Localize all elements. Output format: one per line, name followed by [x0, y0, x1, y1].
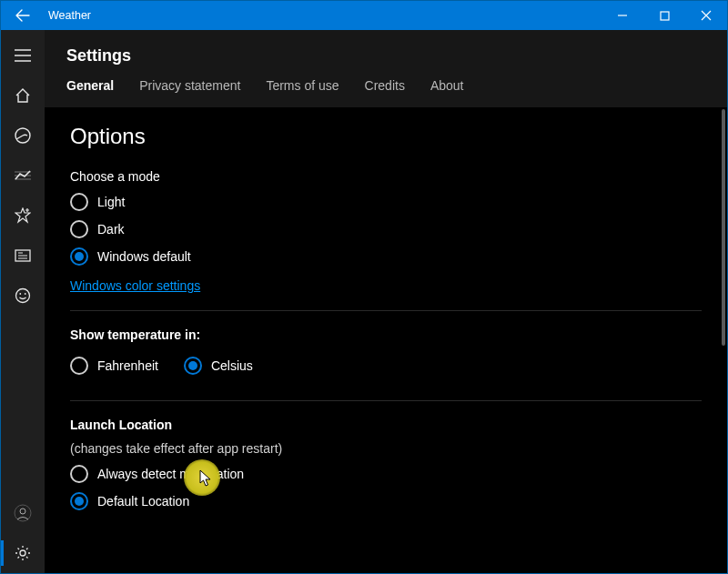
smile-icon: [15, 287, 31, 304]
nav-account[interactable]: [1, 493, 45, 533]
app-title: Weather: [45, 9, 602, 22]
tab-terms[interactable]: Terms of use: [266, 78, 339, 96]
tab-about[interactable]: About: [430, 78, 464, 96]
tab-privacy[interactable]: Privacy statement: [139, 78, 240, 96]
settings-header: Settings General Privacy statement Terms…: [45, 30, 727, 107]
radio-label: Fahrenheit: [97, 358, 158, 373]
radio-icon: [70, 357, 88, 375]
radio-launch-detect[interactable]: Always detect my location: [70, 465, 702, 483]
radio-label: Windows default: [97, 249, 191, 264]
weather-app-window: Weather: [0, 0, 728, 574]
account-icon: [14, 504, 32, 522]
radio-label: Always detect my location: [97, 467, 244, 481]
star-plus-icon: [15, 207, 31, 224]
svg-rect-0: [661, 12, 669, 20]
back-button[interactable]: [1, 1, 45, 30]
settings-tabs: General Privacy statement Terms of use C…: [66, 78, 705, 107]
nav-settings[interactable]: [1, 533, 45, 573]
hamburger-button[interactable]: [1, 35, 45, 76]
radio-icon: [70, 492, 88, 510]
radio-label: Light: [97, 195, 125, 209]
divider: [70, 310, 702, 311]
svg-point-3: [16, 289, 30, 303]
nav-feedback[interactable]: [1, 276, 45, 316]
main-panel: Settings General Privacy statement Terms…: [45, 30, 727, 573]
radio-mode-light[interactable]: Light: [70, 193, 702, 211]
home-icon: [15, 87, 31, 104]
svg-point-7: [20, 509, 25, 514]
svg-point-8: [20, 550, 25, 556]
close-icon: [701, 10, 712, 21]
radio-temp-fahrenheit[interactable]: Fahrenheit: [70, 357, 158, 375]
radio-icon: [70, 193, 88, 211]
radio-mode-windows-default[interactable]: Windows default: [70, 247, 702, 266]
scrollbar[interactable]: [722, 107, 725, 573]
maximize-button[interactable]: [643, 1, 685, 30]
temperature-label: Show temperature in:: [70, 327, 702, 342]
svg-point-6: [15, 505, 31, 521]
radio-icon: [70, 247, 88, 266]
svg-point-5: [25, 293, 26, 295]
mode-label: Choose a mode: [70, 169, 702, 184]
news-icon: [15, 249, 31, 262]
launch-location-note: (changes take effect after app restart): [70, 441, 702, 456]
nav-historical[interactable]: [1, 156, 45, 196]
close-button[interactable]: [685, 1, 727, 30]
radio-icon: [184, 357, 202, 375]
radio-icon: [70, 465, 88, 483]
chart-icon: [15, 169, 31, 182]
settings-content: Options Choose a mode Light Dark Windows…: [45, 107, 727, 573]
tab-general[interactable]: General: [66, 78, 114, 96]
svg-point-4: [19, 293, 21, 295]
menu-icon: [15, 49, 31, 62]
nav-radar[interactable]: [1, 116, 45, 156]
radio-label: Default Location: [97, 494, 189, 509]
sidebar: [1, 30, 45, 573]
nav-home[interactable]: [1, 76, 45, 116]
radio-label: Dark: [97, 222, 125, 237]
maximize-icon: [660, 11, 670, 21]
windows-color-settings-link[interactable]: Windows color settings: [70, 278, 200, 293]
minimize-button[interactable]: [602, 1, 643, 30]
radio-label: Celsius: [211, 358, 253, 373]
radar-icon: [14, 126, 32, 145]
divider: [70, 400, 702, 401]
titlebar: Weather: [1, 1, 727, 30]
minimize-icon: [617, 10, 628, 21]
scroll-thumb[interactable]: [722, 109, 725, 346]
radio-launch-default[interactable]: Default Location: [70, 492, 702, 510]
tab-credits[interactable]: Credits: [365, 78, 405, 96]
options-heading: Options: [70, 124, 702, 149]
settings-title: Settings: [66, 46, 705, 65]
launch-location-label: Launch Location: [70, 418, 702, 432]
radio-temp-celsius[interactable]: Celsius: [184, 357, 253, 375]
gear-icon: [15, 545, 31, 561]
radio-icon: [70, 220, 88, 238]
back-arrow-icon: [15, 8, 30, 23]
nav-news[interactable]: [1, 236, 45, 276]
nav-favorites[interactable]: [1, 196, 45, 236]
radio-mode-dark[interactable]: Dark: [70, 220, 702, 238]
